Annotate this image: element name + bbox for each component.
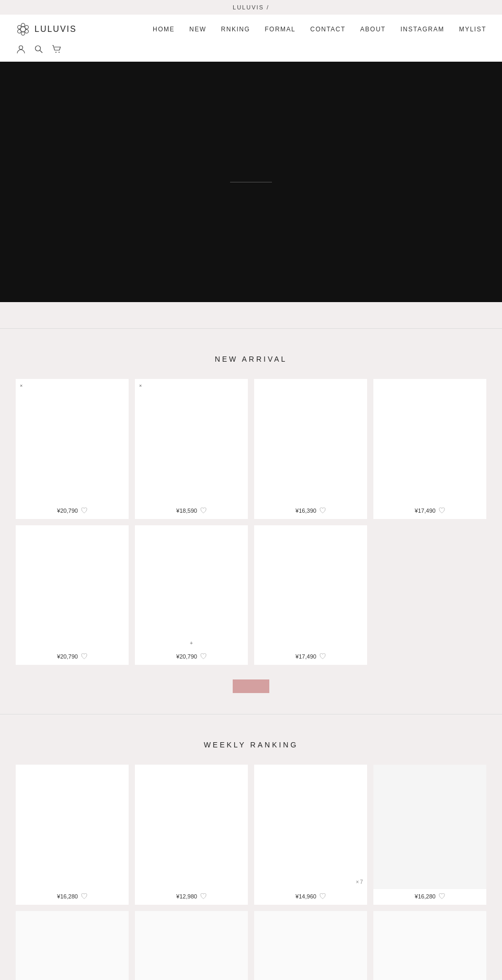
product-card[interactable]: ¥16,280	[16, 765, 129, 905]
product-price: ¥16,280	[57, 893, 78, 900]
product-info: ¥20,790	[16, 503, 129, 519]
weekly-ranking-section: WEEKLY RANKING ¥16,280 ¥12,980	[0, 714, 502, 980]
ranking-badge: ×7	[356, 879, 363, 885]
nav-mylist[interactable]: MYLIST	[459, 26, 486, 33]
nav-ranking[interactable]: RNKING	[221, 26, 250, 33]
wishlist-icon[interactable]	[439, 508, 445, 514]
svg-point-5	[18, 30, 21, 33]
svg-point-3	[18, 26, 21, 29]
svg-point-6	[25, 30, 29, 33]
product-price: ¥16,280	[415, 893, 436, 900]
product-image	[373, 911, 486, 980]
top-bar: LULUVIS /	[0, 0, 502, 15]
product-image	[16, 911, 129, 980]
product-image: +	[135, 525, 248, 650]
nav-home[interactable]: HOME	[153, 26, 175, 33]
nav-contact[interactable]: CONTACT	[310, 26, 346, 33]
new-arrival-title: NEW ARRIVAL	[16, 355, 486, 363]
wishlist-icon[interactable]	[200, 508, 207, 514]
product-image: ×7	[254, 765, 367, 889]
logo-text: LULUVIS	[35, 25, 77, 34]
svg-point-1	[21, 24, 25, 27]
svg-point-10	[55, 52, 56, 53]
logo-icon	[16, 22, 30, 37]
search-icon[interactable]	[33, 44, 44, 54]
empty-cell	[373, 525, 486, 665]
product-info: ¥16,390	[254, 503, 367, 519]
site-header: LULUVIS HOME NEW RNKING FORMAL CONTACT A…	[0, 15, 502, 62]
product-image	[373, 379, 486, 503]
new-arrival-grid: × ¥20,790 × ¥18,590	[16, 379, 486, 665]
wishlist-icon[interactable]	[200, 893, 207, 900]
product-badge: ×	[20, 383, 23, 388]
product-image	[16, 525, 129, 650]
product-info: ¥16,280	[373, 889, 486, 905]
main-nav: HOME NEW RNKING FORMAL CONTACT ABOUT INS…	[153, 26, 486, 33]
product-card[interactable]: ¥17,490	[373, 379, 486, 519]
wishlist-icon[interactable]	[439, 893, 445, 900]
product-info: ¥14,960	[254, 889, 367, 905]
nav-about[interactable]: ABOUT	[360, 26, 386, 33]
new-arrival-section: NEW ARRIVAL × ¥20,790 × ¥18,590	[0, 329, 502, 714]
product-image	[254, 379, 367, 503]
svg-point-4	[25, 26, 29, 29]
wishlist-icon[interactable]	[81, 653, 87, 660]
product-options-badge: +	[190, 640, 193, 646]
product-info: ¥18,590	[135, 503, 248, 519]
wishlist-icon[interactable]	[320, 893, 326, 900]
wishlist-icon[interactable]	[81, 893, 87, 900]
product-card[interactable]: ¥17,490	[254, 525, 367, 665]
product-image	[135, 911, 248, 980]
product-card[interactable]: ×7 ¥14,960	[254, 765, 367, 905]
product-card[interactable]: × ¥18,590	[135, 379, 248, 519]
product-card[interactable]: ¥12,980	[135, 765, 248, 905]
product-image	[373, 765, 486, 889]
hero-divider	[230, 182, 272, 182]
product-price: ¥16,390	[295, 508, 316, 514]
product-info: ¥16,280	[16, 889, 129, 905]
more-button[interactable]	[233, 679, 269, 693]
product-card[interactable]: × ¥20,790	[16, 379, 129, 519]
wishlist-icon[interactable]	[81, 508, 87, 514]
nav-new[interactable]: NEW	[189, 26, 207, 33]
header-top: LULUVIS HOME NEW RNKING FORMAL CONTACT A…	[16, 15, 486, 40]
account-icon[interactable]	[16, 44, 26, 54]
wishlist-icon[interactable]	[320, 653, 326, 660]
wishlist-icon[interactable]	[320, 508, 326, 514]
product-card[interactable]	[254, 911, 367, 980]
product-price: ¥18,590	[176, 508, 197, 514]
nav-instagram[interactable]: INSTAGRAM	[401, 26, 444, 33]
product-card[interactable]: ¥16,280	[373, 765, 486, 905]
product-price: ¥14,960	[295, 893, 316, 900]
product-card[interactable]: ¥16,390	[254, 379, 367, 519]
weekly-ranking-title: WEEKLY RANKING	[16, 741, 486, 749]
product-image	[254, 911, 367, 980]
product-price: ¥20,790	[176, 653, 197, 660]
product-card[interactable]: ¥20,790	[16, 525, 129, 665]
svg-line-9	[40, 51, 43, 53]
product-badge: ×	[139, 383, 142, 388]
product-info: ¥17,490	[254, 649, 367, 665]
svg-point-11	[59, 52, 60, 53]
product-card[interactable]	[135, 911, 248, 980]
product-info: ¥17,490	[373, 503, 486, 519]
product-price: ¥20,790	[57, 508, 78, 514]
header-icons	[16, 40, 486, 62]
product-info: ¥20,790	[16, 649, 129, 665]
logo[interactable]: LULUVIS	[16, 22, 77, 37]
product-price: ¥17,490	[415, 508, 436, 514]
cart-icon[interactable]	[51, 44, 62, 54]
svg-point-7	[19, 46, 23, 50]
product-card[interactable]	[16, 911, 129, 980]
product-card[interactable]	[373, 911, 486, 980]
hero-section	[0, 62, 502, 302]
product-image	[135, 765, 248, 889]
product-price: ¥20,790	[57, 653, 78, 660]
nav-formal[interactable]: FORMAL	[265, 26, 295, 33]
product-info: ¥12,980	[135, 889, 248, 905]
product-card[interactable]: + ¥20,790	[135, 525, 248, 665]
product-image	[16, 765, 129, 889]
product-info: ¥20,790	[135, 649, 248, 665]
wishlist-icon[interactable]	[200, 653, 207, 660]
product-price: ¥17,490	[295, 653, 316, 660]
